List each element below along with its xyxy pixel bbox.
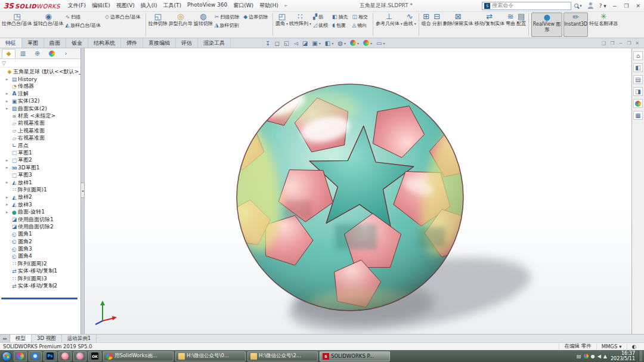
tray-icon[interactable]: ◀ xyxy=(597,354,601,359)
feature-tree-item[interactable]: 曲面实体(2) xyxy=(0,105,80,112)
document-window-button[interactable]: ✕ xyxy=(635,41,639,46)
ribbon-button[interactable] xyxy=(419,13,419,36)
restore-button[interactable]: ❐ xyxy=(620,3,632,9)
ribbon-button[interactable]: ◬ 镜向 xyxy=(351,21,370,29)
task-pane-tab[interactable]: ◧ xyxy=(633,63,643,72)
command-tab[interactable]: 曲面 xyxy=(44,38,66,48)
feature-tree-item[interactable]: 3D草图1 xyxy=(0,164,80,171)
feature-tree-item[interactable]: 前视基准面 xyxy=(0,120,80,127)
ribbon-button[interactable]: ◆ 边界切除 xyxy=(243,13,270,21)
feature-tree-item[interactable]: 右视基准面 xyxy=(0,135,80,142)
taskbar-task-button[interactable]: 用SolidWorks画... xyxy=(103,351,174,361)
close-button[interactable]: ✕ xyxy=(632,3,644,9)
featuremanager-tab[interactable]: ◆ xyxy=(2,49,16,58)
expand-arrow-icon[interactable] xyxy=(6,91,11,96)
pin-menu-icon[interactable]: ➢ xyxy=(281,3,290,8)
ribbon-button[interactable]: ◍ 旋转切除 xyxy=(194,13,213,37)
tree-filter-row[interactable]: ▽ xyxy=(0,59,80,67)
tab-scroll-left-icon[interactable]: ◂ xyxy=(2,336,5,341)
feature-tree-item[interactable]: 使用曲面切除1 xyxy=(0,216,80,223)
feature-tree-item[interactable]: 材质 <未指定> xyxy=(0,112,80,119)
headsup-tool[interactable]: ▣ xyxy=(312,40,320,47)
expand-arrow-icon[interactable] xyxy=(6,180,11,185)
ribbon-button[interactable]: ∿ 曲线 xyxy=(404,13,416,37)
feature-tree-item[interactable]: 放样3 xyxy=(0,201,80,208)
panel-collapse-button[interactable]: ◂ xyxy=(80,182,85,198)
feature-tree-item[interactable]: 原点 xyxy=(0,142,80,149)
ribbon-button[interactable]: ◿ 拔模 xyxy=(312,21,330,29)
feature-tree-item[interactable]: 传感器 xyxy=(0,83,80,90)
document-window-button[interactable]: − xyxy=(618,41,623,46)
feature-tree-item[interactable]: 曲面-旋转1 xyxy=(0,208,80,215)
ribbon-button[interactable]: ● RealView 图形 xyxy=(531,13,562,37)
ribbon-button[interactable]: ⊥ 参考几何体 xyxy=(376,13,402,37)
feature-tree-item[interactable]: 阵列(圆周)1 xyxy=(0,186,80,193)
headsup-tool[interactable]: ↧ xyxy=(265,40,270,47)
ribbon-button[interactable]: ◳ 拉伸凸台/基体 xyxy=(2,13,32,37)
feature-tree-item[interactable]: 圆角4 xyxy=(0,253,80,260)
ribbon-button[interactable]: ✏ Instant3D xyxy=(564,13,588,37)
feature-tree-item[interactable]: 五角星足球 (默认<<默认>_显示状态 1 xyxy=(0,68,80,75)
tray-icon[interactable]: ▤ xyxy=(577,354,581,359)
help-menu-button[interactable]: ? ▾ xyxy=(597,3,609,9)
ribbon-button[interactable]: ◫ 相交 xyxy=(351,13,370,21)
tab-scroll-right-icon[interactable]: ▸ xyxy=(5,336,8,341)
command-tab[interactable]: 钣金 xyxy=(66,38,88,48)
ribbon-button[interactable]: ◭ 放样凸台/基体 xyxy=(64,21,103,29)
show-desktop-button[interactable] xyxy=(639,351,642,361)
ribbon-button[interactable]: ◧ 抽壳 xyxy=(332,13,351,21)
expand-arrow-icon[interactable] xyxy=(6,165,11,170)
ribbon-button[interactable]: ≋ 弯曲 xyxy=(506,13,515,37)
ribbon-button[interactable]: ◖ 包覆 xyxy=(332,21,351,29)
task-pane-tab[interactable]: ▤ xyxy=(633,75,643,84)
document-tab[interactable]: 3D 视图 xyxy=(32,335,62,342)
feature-tree-item[interactable]: 草图2 xyxy=(0,157,80,164)
ribbon-button[interactable]: ⊞ 组合 xyxy=(422,13,431,37)
document-window-button[interactable]: ❒ xyxy=(610,41,614,46)
headsup-tool[interactable]: ◅ xyxy=(293,40,298,47)
document-window-button[interactable]: ❐ xyxy=(627,41,631,46)
tray-icon[interactable]: ● xyxy=(584,354,589,358)
menu-item[interactable]: PhotoView 360 xyxy=(184,1,230,11)
command-search-box[interactable]: 搜索命令 xyxy=(482,2,571,10)
ribbon-button[interactable]: ✂ 扫描切除 xyxy=(214,13,242,21)
expand-arrow-icon[interactable] xyxy=(6,77,11,82)
expand-arrow-icon[interactable] xyxy=(6,106,11,111)
expand-arrow-icon[interactable] xyxy=(6,195,11,200)
feature-tree-item[interactable]: 圆角3 xyxy=(0,245,80,252)
menu-item[interactable]: 工具(T) xyxy=(160,1,185,11)
feature-tree-item[interactable]: 上视基准面 xyxy=(0,127,80,134)
feature-tree-item[interactable]: 放样2 xyxy=(0,194,80,201)
menu-item[interactable]: 帮助(H) xyxy=(256,1,281,11)
document-tab[interactable]: 运动算例1 xyxy=(62,335,97,342)
headsup-tool[interactable]: ◧ xyxy=(325,40,333,47)
headsup-tool[interactable]: ◪ xyxy=(302,40,308,47)
taskbar-app-button[interactable] xyxy=(29,351,42,361)
tray-icon[interactable]: ● xyxy=(591,354,595,359)
search-caret-icon[interactable]: ▾ xyxy=(580,4,582,8)
ribbon-button[interactable]: ◎ 异型孔向导 xyxy=(169,13,193,37)
command-tab[interactable]: 直接编辑 xyxy=(143,38,176,48)
command-tab[interactable]: 草图 xyxy=(22,38,44,48)
featuremanager-tab[interactable]: ● xyxy=(45,49,58,58)
feature-tree-item[interactable]: 阵列(圆周)2 xyxy=(0,260,80,267)
feature-tree-item[interactable]: 放样1 xyxy=(0,179,80,186)
command-tab[interactable]: 焊件 xyxy=(121,38,143,48)
taskbar-app-button[interactable]: Ps xyxy=(44,351,57,361)
feature-tree-item[interactable]: 实体(32) xyxy=(0,98,80,105)
tray-icon[interactable]: ▲ xyxy=(603,354,607,359)
feature-tree-item[interactable]: 使用曲面切除2 xyxy=(0,223,80,230)
feature-tree-item[interactable]: 草图3 xyxy=(0,171,80,178)
menu-item[interactable]: 文件(F) xyxy=(65,1,89,11)
feature-tree-item[interactable]: History xyxy=(0,75,80,82)
task-pane-tab[interactable]: ● xyxy=(633,99,643,108)
expand-arrow-icon[interactable] xyxy=(6,202,11,207)
feature-tree-item[interactable]: 阵列(圆周)3 xyxy=(0,275,80,282)
ribbon-button[interactable]: ✳ 特征名翻译器 xyxy=(589,13,618,37)
task-pane-tab[interactable]: ▦ xyxy=(633,111,643,120)
ribbon-button[interactable]: ◇ 边界凸台/基体 xyxy=(104,13,143,21)
featuremanager-tab[interactable]: ▥ xyxy=(16,49,30,58)
taskbar-task-button[interactable]: H:\微信公众号\2... xyxy=(247,351,318,361)
command-tab[interactable]: 特征 xyxy=(0,38,22,48)
document-window-button[interactable]: ❑ xyxy=(602,41,606,46)
